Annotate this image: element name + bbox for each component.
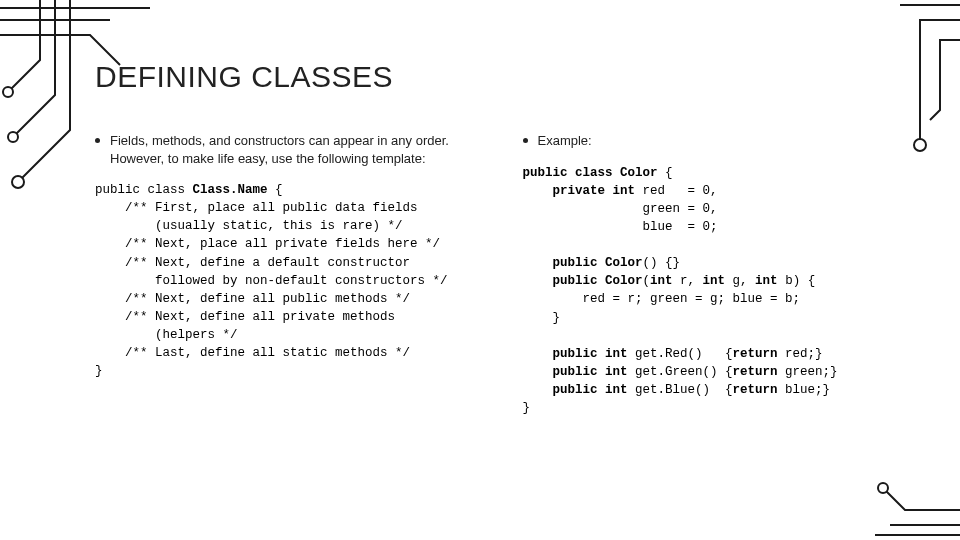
bullet-icon [523,138,528,143]
left-bullet-text: Fields, methods, and constructors can ap… [110,132,493,167]
svg-point-4 [878,483,888,493]
left-column: Fields, methods, and constructors can ap… [95,132,493,417]
slide-content: DEFINING CLASSES Fields, methods, and co… [0,0,960,437]
slide-title: DEFINING CLASSES [95,60,920,94]
right-column: Example: public class Color { private in… [523,132,921,417]
decoration-bottom-right [870,470,960,540]
left-bullet: Fields, methods, and constructors can ap… [95,132,493,167]
left-code-block: public class Class.Name { /** First, pla… [95,181,493,380]
right-code-block: public class Color { private int red = 0… [523,164,921,418]
columns: Fields, methods, and constructors can ap… [95,132,920,417]
bullet-icon [95,138,100,143]
right-bullet-text: Example: [538,132,592,150]
right-bullet: Example: [523,132,921,150]
